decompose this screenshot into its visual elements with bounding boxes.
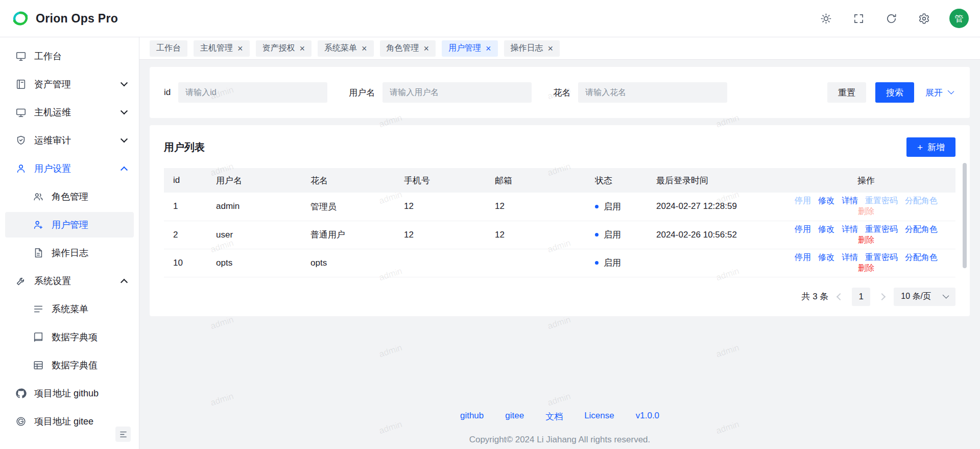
user-list-card: 用户列表 + 新增 id (150, 125, 970, 316)
person-add-icon (33, 219, 44, 230)
book-icon (33, 332, 44, 343)
sidebar-item-gitee[interactable]: 项目地址 gitee (5, 409, 134, 434)
action-disable[interactable]: 停用 (795, 253, 811, 262)
pagination: 共 3 条 1 10 条/页 (164, 288, 955, 306)
expand-button[interactable]: 展开 (923, 82, 955, 103)
id-input[interactable] (178, 82, 327, 103)
close-icon[interactable]: × (486, 44, 491, 53)
sidebar-item-label: 系统设置 (34, 275, 71, 287)
cell-nickname: opts (304, 249, 398, 277)
action-edit[interactable]: 修改 (818, 253, 834, 262)
action-assign-role: 分配角色 (905, 196, 938, 205)
action-edit[interactable]: 修改 (818, 196, 834, 205)
username-input[interactable] (383, 82, 532, 103)
page-number-button[interactable]: 1 (852, 288, 870, 306)
tab-operation-log[interactable]: 操作日志× (504, 40, 560, 57)
refresh-button[interactable] (884, 11, 898, 26)
menu-fold-icon (119, 430, 128, 439)
refresh-icon (886, 13, 897, 25)
cell-id: 2 (164, 221, 210, 249)
tab-host-management[interactable]: 主机管理× (194, 40, 250, 57)
tab-user-management[interactable]: 用户管理× (442, 40, 498, 57)
prev-page-button[interactable] (836, 293, 844, 300)
main-area: 工作台 主机管理× 资产授权× 系统菜单× 角色管理× 用户管理× (139, 37, 980, 449)
theme-toggle-button[interactable] (819, 11, 833, 26)
status-dot (595, 261, 599, 265)
add-user-button[interactable]: + 新增 (906, 137, 955, 157)
sidebar: 工作台 资产管理 主机运维 运维审计 用户设置 (0, 37, 139, 449)
action-assign-role[interactable]: 分配角色 (905, 225, 938, 233)
github-icon (15, 388, 27, 399)
sidebar-item-operation-log[interactable]: 操作日志 (5, 240, 134, 266)
footer-link-gitee[interactable]: gitee (505, 411, 524, 422)
action-detail[interactable]: 详情 (842, 196, 858, 205)
filter-actions: 重置 搜索 展开 (827, 82, 955, 103)
nickname-input[interactable] (578, 82, 727, 103)
sidebar-item-role-management[interactable]: 角色管理 (5, 184, 134, 209)
sidebar-item-label: 操作日志 (52, 247, 88, 259)
app-root: Orion Ops Pro (0, 0, 980, 449)
sidebar-item-label: 项目地址 github (34, 387, 99, 399)
tab-role-management[interactable]: 角色管理× (380, 40, 436, 57)
footer-link-docs[interactable]: 文档 (545, 411, 563, 422)
close-icon[interactable]: × (237, 44, 243, 53)
sidebar-item-workbench[interactable]: 工作台 (5, 43, 134, 69)
cell-phone: 12 (398, 221, 489, 249)
user-avatar[interactable]: 管 (949, 9, 969, 28)
action-delete[interactable]: 删除 (858, 264, 874, 272)
next-page-button[interactable] (878, 293, 886, 300)
tab-system-menu[interactable]: 系统菜单× (318, 40, 374, 57)
tab-asset-auth[interactable]: 资产授权× (256, 40, 312, 57)
settings-button[interactable] (917, 11, 931, 26)
close-icon[interactable]: × (424, 44, 429, 53)
action-delete[interactable]: 删除 (858, 235, 874, 244)
table-row: 10 opts opts 启用 停用修改详情重置密码分配角色删除 (164, 249, 955, 277)
sidebar-item-user-settings[interactable]: 用户设置 (5, 156, 134, 181)
content-area: id 用户名 花名 重置 搜索 展开 (139, 60, 980, 449)
column-header-email: 邮箱 (489, 168, 589, 193)
close-icon[interactable]: × (300, 44, 305, 53)
sidebar-item-system-menu[interactable]: 系统菜单 (5, 296, 134, 322)
wrench-icon (15, 275, 27, 287)
app-title: Orion Ops Pro (36, 12, 118, 26)
tab-workbench[interactable]: 工作台 (150, 40, 187, 57)
sidebar-item-asset-management[interactable]: 资产管理 (5, 72, 134, 97)
sidebar-collapse-button[interactable] (115, 427, 131, 442)
page-title: 用户列表 (164, 140, 205, 154)
footer-links: github gitee 文档 License v1.0.0 (150, 411, 970, 422)
action-detail[interactable]: 详情 (842, 253, 858, 262)
status-dot (595, 233, 599, 237)
footer-link-license[interactable]: License (584, 411, 614, 422)
cell-username: opts (210, 249, 304, 277)
sidebar-item-label: 主机运维 (34, 106, 71, 119)
table-row: 2 user 普通用户 12 12 启用 2024-02-26 10:56:52… (164, 221, 955, 249)
reset-button[interactable]: 重置 (827, 82, 866, 103)
action-reset-password[interactable]: 重置密码 (865, 225, 898, 233)
action-assign-role[interactable]: 分配角色 (905, 253, 938, 262)
footer-link-github[interactable]: github (460, 411, 484, 422)
sidebar-item-system-settings[interactable]: 系统设置 (5, 268, 134, 294)
close-icon[interactable]: × (548, 44, 554, 53)
search-button[interactable]: 搜索 (875, 82, 914, 103)
footer-link-version[interactable]: v1.0.0 (636, 411, 659, 422)
page-size-select[interactable]: 10 条/页 (894, 288, 955, 306)
action-edit[interactable]: 修改 (818, 225, 834, 233)
cell-last-login (650, 249, 777, 277)
sidebar-item-user-management[interactable]: 用户管理 (5, 212, 134, 238)
plus-icon: + (917, 143, 923, 152)
sidebar-item-ops-audit[interactable]: 运维审计 (5, 128, 134, 153)
chevron-down-icon (948, 88, 954, 94)
close-icon[interactable]: × (362, 44, 367, 53)
action-reset-password[interactable]: 重置密码 (865, 253, 898, 262)
sidebar-item-github[interactable]: 项目地址 github (5, 381, 134, 406)
tab-label: 主机管理 (200, 43, 233, 54)
action-disable[interactable]: 停用 (795, 225, 811, 233)
table-scrollbar[interactable] (963, 163, 967, 268)
sidebar-item-data-dict-item[interactable]: 数据字典项 (5, 324, 134, 350)
sidebar-item-host-ops[interactable]: 主机运维 (5, 100, 134, 125)
action-detail[interactable]: 详情 (842, 225, 858, 233)
sidebar-item-data-dict-value[interactable]: 数据字典值 (5, 352, 134, 378)
user-table: id 用户名 花名 手机号 邮箱 状态 最后登录时间 操作 (164, 168, 955, 277)
cell-status: 启用 (589, 221, 650, 249)
fullscreen-button[interactable] (851, 11, 866, 26)
